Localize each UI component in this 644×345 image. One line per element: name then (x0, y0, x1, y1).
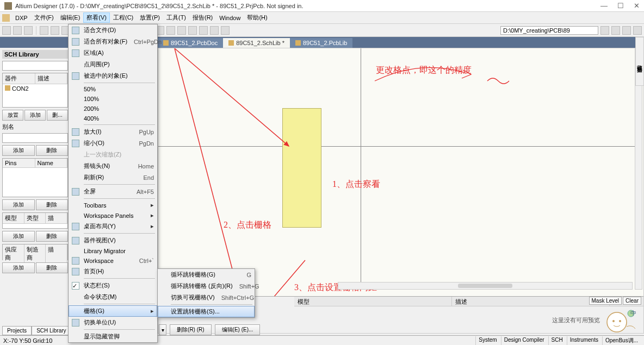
add-button[interactable]: 添加 (24, 110, 46, 121)
menu-window[interactable]: Window (216, 14, 244, 22)
tb-misc7-icon[interactable] (221, 26, 230, 35)
tb-home-icon[interactable] (633, 26, 642, 35)
pins-delete-button[interactable]: 删除 (36, 199, 69, 210)
mi-hidden-pins[interactable]: 显示隐藏管脚 (69, 331, 157, 342)
menu-help[interactable]: 帮助(H) (244, 12, 270, 23)
alias-add-button[interactable]: 添加 (2, 145, 35, 156)
mi-fit-all[interactable]: 适合所有对象(F)Ctrl+PgDn (69, 36, 157, 47)
mi-panels[interactable]: Workspace Panels▸ (69, 210, 157, 221)
mi-50[interactable]: 50% (69, 84, 157, 94)
title-bar: Altium Designer (17.0) - D:\0MY_creating… (0, 0, 644, 12)
menu-tools[interactable]: 工具(T) (163, 12, 189, 23)
tb-go-icon[interactable] (600, 26, 609, 35)
pins-grid[interactable]: PinsName (2, 158, 68, 197)
pins-add-button[interactable]: 添加 (2, 199, 35, 210)
models-add-button[interactable]: 添加 (2, 231, 35, 242)
mi-layout[interactable]: 桌面布局(Y)▸ (69, 221, 157, 232)
mi-statusbar[interactable]: ✓状态栏(S) (69, 280, 157, 291)
models-delete-button[interactable]: 删除 (36, 231, 69, 242)
mi-workspace[interactable]: WorkspaceCtrl+` (69, 256, 157, 266)
minimize-button[interactable]: — (600, 2, 608, 10)
mi-zoom-out[interactable]: 缩小(O)PgDn (69, 137, 157, 149)
mi-zoom-in[interactable]: 放大(I)PgUp (69, 126, 157, 137)
path-field[interactable]: D:\0MY_creating\PCB\89 (500, 26, 598, 35)
dxp-icon[interactable] (2, 14, 10, 22)
smi-cycle[interactable]: 循环跳转栅格(G)G (158, 269, 255, 280)
menu-report[interactable]: 报告(R) (189, 12, 216, 23)
tab-pcbdoc[interactable]: 89C51_2.PcbDoc (158, 38, 223, 48)
tb-print-icon[interactable] (40, 26, 48, 35)
maximize-button[interactable]: ☐ (617, 2, 624, 10)
mi-fullscreen[interactable]: 全屏Alt+F5 (69, 186, 157, 197)
tb-misc6-icon[interactable] (210, 26, 219, 35)
clear-button[interactable]: Clear (623, 297, 641, 305)
menu-view[interactable]: 察看(V) (83, 12, 110, 23)
mi-units[interactable]: 切换单位(U) (69, 317, 157, 328)
mi-comp-view[interactable]: 器件视图(V) (69, 235, 157, 246)
mi-home[interactable]: 首页(H) (69, 266, 157, 277)
smi-set-grid[interactable]: 设置跳转栅格(S)... (158, 306, 255, 317)
alias-input[interactable] (2, 133, 68, 143)
doc-icon (228, 40, 234, 46)
tb-save-icon[interactable] (24, 26, 33, 35)
mi-selected[interactable]: 被选中的对象(E) (69, 70, 157, 81)
footer-tab-schlib[interactable]: SCH Library (32, 326, 71, 335)
mod-instruments[interactable]: Instruments (567, 336, 601, 345)
footer-tab-projects[interactable]: Projects (2, 326, 32, 335)
component-body[interactable] (282, 108, 321, 228)
delete-button[interactable]: 删... (47, 110, 68, 121)
footer-delete-button[interactable]: 删除(R) (R) (170, 324, 212, 335)
tb-misc3-icon[interactable] (177, 26, 186, 35)
supplier-delete-button[interactable]: 删除 (36, 262, 69, 273)
mi-400[interactable]: 400% (69, 114, 157, 123)
tb-new-icon[interactable] (2, 26, 11, 35)
menu-place[interactable]: 放置(P) (137, 12, 163, 23)
menu-file[interactable]: 文件(F) (31, 12, 57, 23)
mi-cmdstatus[interactable]: 命令状态(M) (69, 291, 157, 303)
alias-delete-button[interactable]: 删除 (36, 145, 69, 156)
smi-toggle-vis[interactable]: 切换可视栅格(V)Shift+Ctrl+G (158, 292, 255, 303)
tb-misc4-icon[interactable] (188, 26, 197, 35)
mask-level-button[interactable]: Mask Level (589, 297, 622, 305)
horizontal-scrollbar[interactable] (338, 282, 633, 290)
right-dock-strip[interactable]: 收藏 剪贴板 (635, 37, 644, 86)
mod-design-compiler[interactable]: Design Compiler (501, 336, 547, 345)
tb-open-icon[interactable] (13, 26, 22, 35)
tab-pcblib[interactable]: 89C51_2.PcbLib (290, 38, 352, 48)
menu-project[interactable]: 工程(C) (110, 12, 137, 23)
mi-area[interactable]: 区域(A) (69, 47, 157, 59)
mi-grid[interactable]: 栅格(G)▸ (69, 305, 157, 317)
tb-misc5-icon[interactable] (199, 26, 208, 35)
mod-sch[interactable]: SCH (548, 336, 566, 345)
tb-zoom-icon[interactable] (51, 26, 59, 35)
tb-misc2-icon[interactable] (166, 26, 175, 35)
supplier-add-button[interactable]: 添加 (2, 262, 35, 273)
mi-100[interactable]: 100% (69, 94, 157, 104)
mi-toolbars[interactable]: Toolbars▸ (69, 200, 157, 210)
search-input[interactable] (2, 61, 68, 71)
tb-nav2-icon[interactable] (622, 26, 631, 35)
tab-schlib[interactable]: 89C51_2.SchLib * (223, 38, 290, 48)
mi-migrator[interactable]: Library Migrator (69, 246, 157, 256)
smi-cycle-rev[interactable]: 循环跳转栅格 (反向)(R)Shift+G (158, 280, 255, 292)
footer-edit-button[interactable]: 编辑(E) (E)... (215, 324, 261, 335)
add-footprint-dropdown[interactable]: ▾ (159, 324, 166, 335)
mod-system[interactable]: System (475, 336, 499, 345)
menu-edit[interactable]: 编辑(E) (57, 12, 84, 23)
component-grid[interactable]: 器件描述 CON2 (2, 73, 68, 108)
mi-fit-doc[interactable]: 适合文件(D) (69, 24, 157, 36)
mi-refresh[interactable]: 刷新(R)End (69, 172, 157, 183)
close-button[interactable]: ✕ (634, 2, 640, 10)
mod-openbus[interactable]: OpenBus调... (602, 336, 641, 345)
mi-200[interactable]: 200% (69, 104, 157, 114)
home-icon (72, 268, 79, 275)
menu-dxp[interactable]: DXP (12, 14, 31, 22)
mi-around[interactable]: 点周围(P) (69, 59, 157, 70)
mi-last-zoom[interactable]: 上一次缩放(Z) (69, 149, 157, 160)
models-grid[interactable]: 模型类型描 (2, 212, 68, 229)
mi-pan[interactable]: 摇镜头(N)Home (69, 160, 157, 172)
annotation-2: 2、点击栅格 (224, 219, 271, 231)
place-button[interactable]: 放置 (2, 110, 23, 121)
tb-nav1-icon[interactable] (611, 26, 620, 35)
supplier-grid[interactable]: 供应商制造商描 (2, 244, 68, 260)
